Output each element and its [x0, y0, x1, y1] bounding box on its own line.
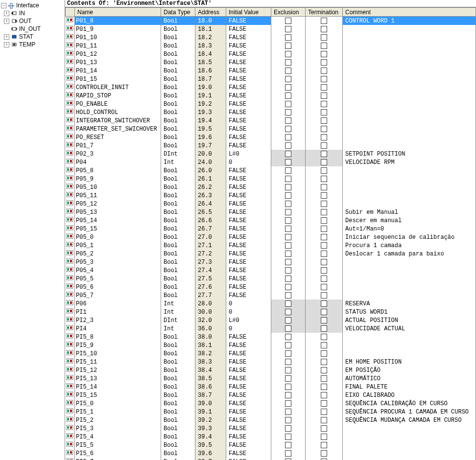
cell-exclusion[interactable] — [271, 191, 306, 200]
checkbox[interactable] — [321, 43, 327, 49]
tree-item-stat[interactable]: +STAT — [1, 33, 64, 41]
cell-exclusion[interactable] — [271, 416, 306, 424]
checkbox[interactable] — [321, 350, 327, 357]
cell-termination[interactable] — [306, 458, 343, 460]
checkbox[interactable] — [321, 184, 327, 190]
table-row[interactable]: P01_13Bool18.5FALSE — [66, 58, 476, 67]
cell-comment[interactable] — [343, 50, 476, 58]
cell-exclusion[interactable] — [271, 158, 306, 166]
cell-comment[interactable] — [343, 25, 476, 33]
cell-exclusion[interactable] — [271, 391, 306, 399]
cell-exclusion[interactable] — [271, 241, 306, 250]
cell-exclusion[interactable] — [271, 116, 306, 125]
cell-name[interactable]: PI5_2 — [75, 416, 161, 424]
cell-name[interactable]: P05_9 — [75, 175, 161, 183]
cell-initval[interactable]: FALSE — [226, 433, 271, 441]
cell-address[interactable]: 27.4 — [195, 266, 226, 275]
checkbox[interactable] — [285, 359, 291, 365]
table-row[interactable]: PI5_7Bool39.7FALSE — [66, 458, 476, 460]
cell-comment[interactable]: SEQUÊNCIA PROCURA 1 CAMADA EM CURSO — [343, 408, 476, 416]
cell-name[interactable]: P05_1 — [75, 241, 161, 250]
cell-name[interactable]: PI5_11 — [75, 358, 161, 366]
cell-address[interactable]: 39.6 — [195, 449, 226, 458]
cell-initval[interactable]: FALSE — [226, 258, 271, 266]
cell-address[interactable]: 32.0 — [195, 316, 226, 324]
cell-initval[interactable]: FALSE — [226, 408, 271, 416]
cell-address[interactable]: 36.0 — [195, 324, 226, 333]
table-row[interactable]: P01_9Bool18.1FALSE — [66, 25, 476, 33]
checkbox[interactable] — [321, 267, 327, 274]
cell-comment[interactable]: Descer em manual — [343, 216, 476, 225]
checkbox[interactable] — [321, 76, 327, 82]
cell-comment[interactable] — [343, 33, 476, 42]
table-row[interactable]: PI4Int36.00VELOCIDADE ACTUAL — [66, 324, 476, 333]
cell-termination[interactable] — [306, 92, 343, 100]
cell-termination[interactable] — [306, 258, 343, 266]
cell-name[interactable]: P05_8 — [75, 166, 161, 175]
cell-comment[interactable] — [343, 441, 476, 449]
cell-initval[interactable]: 0 — [226, 308, 271, 316]
cell-name[interactable]: P02_3 — [75, 150, 161, 158]
cell-comment[interactable]: RESERVA — [343, 299, 476, 308]
checkbox[interactable] — [285, 400, 291, 407]
checkbox[interactable] — [285, 51, 291, 57]
cell-exclusion[interactable] — [271, 200, 306, 208]
cell-initval[interactable]: FALSE — [226, 416, 271, 424]
cell-initval[interactable]: FALSE — [226, 358, 271, 366]
cell-termination[interactable] — [306, 83, 343, 92]
cell-initval[interactable]: FALSE — [226, 458, 271, 460]
checkbox[interactable] — [285, 59, 291, 66]
cell-address[interactable]: 26.5 — [195, 208, 226, 216]
cell-comment[interactable] — [343, 83, 476, 92]
cell-type[interactable]: Bool — [161, 233, 195, 241]
cell-exclusion[interactable] — [271, 183, 306, 191]
cell-exclusion[interactable] — [271, 433, 306, 441]
tree-item-in_out[interactable]: IN_OUT — [1, 25, 64, 33]
cell-termination[interactable] — [306, 266, 343, 275]
cell-comment[interactable]: Subir em Manual — [343, 208, 476, 216]
cell-address[interactable]: 18.7 — [195, 75, 226, 83]
cell-comment[interactable]: EM POSIÇÃO — [343, 366, 476, 374]
cell-type[interactable]: Bool — [161, 374, 195, 383]
cell-type[interactable]: Bool — [161, 458, 195, 460]
cell-address[interactable]: 27.7 — [195, 291, 226, 299]
cell-exclusion[interactable] — [271, 133, 306, 141]
cell-type[interactable]: Int — [161, 299, 195, 308]
checkbox[interactable] — [321, 384, 327, 390]
cell-termination[interactable] — [306, 33, 343, 42]
checkbox[interactable] — [321, 242, 327, 249]
cell-comment[interactable] — [343, 258, 476, 266]
cell-exclusion[interactable] — [271, 275, 306, 283]
cell-termination[interactable] — [306, 150, 343, 158]
cell-type[interactable]: Int — [161, 324, 195, 333]
checkbox[interactable] — [321, 134, 327, 140]
checkbox[interactable] — [285, 76, 291, 82]
cell-termination[interactable] — [306, 416, 343, 424]
cell-name[interactable]: PI5_15 — [75, 391, 161, 399]
cell-termination[interactable] — [306, 250, 343, 258]
cell-type[interactable]: Bool — [161, 283, 195, 291]
cell-exclusion[interactable] — [271, 25, 306, 33]
cell-termination[interactable] — [306, 283, 343, 291]
cell-name[interactable]: P05_4 — [75, 266, 161, 275]
table-row[interactable]: P01_15Bool18.7FALSE — [66, 75, 476, 83]
cell-type[interactable]: Int — [161, 308, 195, 316]
table-row[interactable]: RAPID_STOPBool19.1FALSE — [66, 92, 476, 100]
cell-type[interactable]: Bool — [161, 33, 195, 42]
checkbox[interactable] — [321, 159, 327, 165]
cell-name[interactable]: P05_0 — [75, 233, 161, 241]
cell-name[interactable]: P05_15 — [75, 225, 161, 233]
cell-name[interactable]: PI5_3 — [75, 424, 161, 433]
cell-termination[interactable] — [306, 324, 343, 333]
table-row[interactable]: P05_12Bool26.4FALSE — [66, 200, 476, 208]
checkbox[interactable] — [321, 417, 327, 423]
cell-address[interactable]: 26.1 — [195, 175, 226, 183]
cell-exclusion[interactable] — [271, 399, 306, 408]
cell-initval[interactable]: FALSE — [226, 366, 271, 374]
cell-exclusion[interactable] — [271, 383, 306, 391]
cell-termination[interactable] — [306, 25, 343, 33]
cell-comment[interactable]: SETPOINT POSITION — [343, 150, 476, 158]
checkbox[interactable] — [321, 300, 327, 307]
checkbox[interactable] — [285, 442, 291, 448]
cell-exclusion[interactable] — [271, 333, 306, 341]
